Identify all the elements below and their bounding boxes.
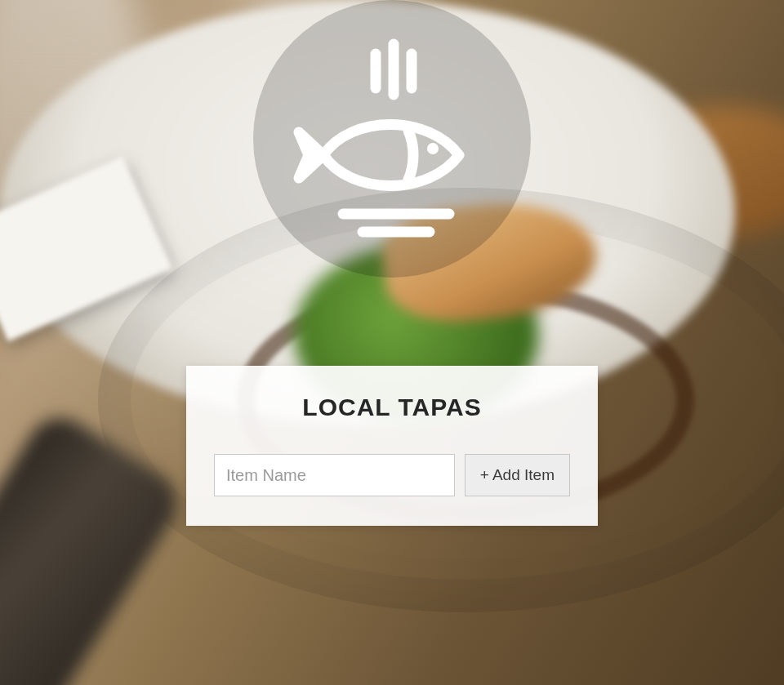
logo-circle bbox=[253, 0, 531, 278]
add-item-form: + Add Item bbox=[214, 454, 570, 496]
svg-point-3 bbox=[427, 143, 439, 154]
add-item-button[interactable]: + Add Item bbox=[465, 454, 570, 496]
fish-steam-icon bbox=[286, 33, 498, 245]
add-item-panel: LOCAL TAPAS + Add Item bbox=[186, 366, 598, 526]
hero-background: LOCAL TAPAS + Add Item bbox=[0, 0, 784, 685]
item-name-input[interactable] bbox=[214, 454, 455, 496]
panel-title: LOCAL TAPAS bbox=[214, 394, 570, 421]
